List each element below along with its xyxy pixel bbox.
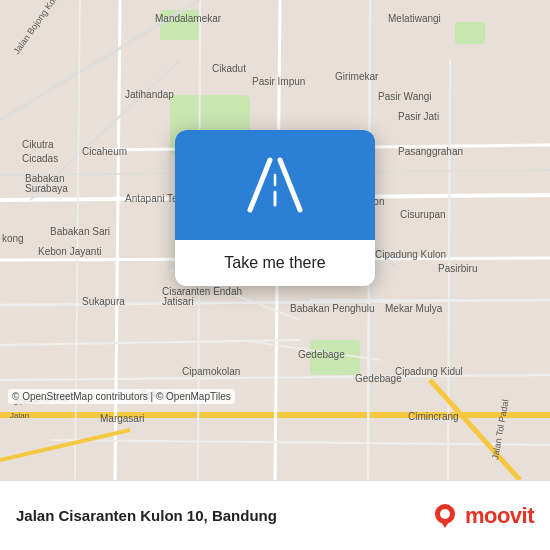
svg-text:Melatiwangi: Melatiwangi — [388, 13, 441, 24]
svg-text:Cikadut: Cikadut — [212, 63, 246, 74]
svg-text:Cicaheum: Cicaheum — [82, 146, 127, 157]
svg-text:Gedebage: Gedebage — [298, 349, 345, 360]
location-address: Jalan Cisaranten Kulon 10, Bandung — [16, 507, 277, 524]
popup-icon-area — [175, 130, 375, 240]
svg-text:Babakan Sari: Babakan Sari — [50, 226, 110, 237]
road-icon — [240, 150, 310, 220]
map-container: Mandalamekar Melatiwangi Cikadut Girimek… — [0, 0, 550, 480]
footer-bar: Jalan Cisaranten Kulon 10, Bandung moovi… — [0, 480, 550, 550]
svg-text:Cipadung Kidul: Cipadung Kidul — [395, 366, 463, 377]
svg-text:Mekar Mulya: Mekar Mulya — [385, 303, 443, 314]
svg-text:Pasir Impun: Pasir Impun — [252, 76, 305, 87]
footer-address-area: Jalan Cisaranten Kulon 10, Bandung — [16, 507, 277, 524]
svg-text:Jatihandap: Jatihandap — [125, 89, 174, 100]
svg-text:Cisaranten Endah: Cisaranten Endah — [162, 286, 242, 297]
svg-text:Babakan Penghulu: Babakan Penghulu — [290, 303, 375, 314]
svg-marker-74 — [440, 520, 450, 528]
svg-text:Mandalamekar: Mandalamekar — [155, 13, 222, 24]
take-me-there-button[interactable]: Take me there — [175, 240, 375, 286]
svg-text:Cipamokolan: Cipamokolan — [182, 366, 240, 377]
svg-text:Pasanggrahan: Pasanggrahan — [398, 146, 463, 157]
svg-text:Cicadas: Cicadas — [22, 153, 58, 164]
svg-text:Sukapura: Sukapura — [82, 296, 125, 307]
svg-text:Jalan: Jalan — [10, 411, 29, 420]
svg-text:Pasirbiru: Pasirbiru — [438, 263, 477, 274]
svg-line-69 — [280, 160, 300, 210]
svg-text:Cisurupan: Cisurupan — [400, 209, 446, 220]
moovit-logo: moovit — [431, 502, 534, 530]
svg-text:Girimekar: Girimekar — [335, 71, 379, 82]
popup-card: Take me there — [175, 130, 375, 286]
moovit-logo-text: moovit — [465, 503, 534, 529]
svg-text:Kebon Jayanti: Kebon Jayanti — [38, 246, 101, 257]
map-attribution: © OpenStreetMap contributors | © OpenMap… — [8, 389, 235, 404]
svg-text:Pasir Wangi: Pasir Wangi — [378, 91, 432, 102]
svg-text:Cimincrang: Cimincrang — [408, 411, 459, 422]
svg-text:Cikutra: Cikutra — [22, 139, 54, 150]
svg-text:kong: kong — [2, 233, 24, 244]
svg-text:Cipadung Kulon: Cipadung Kulon — [375, 249, 446, 260]
svg-point-73 — [440, 509, 450, 519]
moovit-logo-icon — [431, 502, 459, 530]
svg-text:Pasir Jati: Pasir Jati — [398, 111, 439, 122]
svg-text:Margasari: Margasari — [100, 413, 144, 424]
svg-text:Jatisari: Jatisari — [162, 296, 194, 307]
svg-line-68 — [250, 160, 270, 210]
svg-rect-4 — [455, 22, 485, 44]
svg-text:Surabaya: Surabaya — [25, 183, 68, 194]
